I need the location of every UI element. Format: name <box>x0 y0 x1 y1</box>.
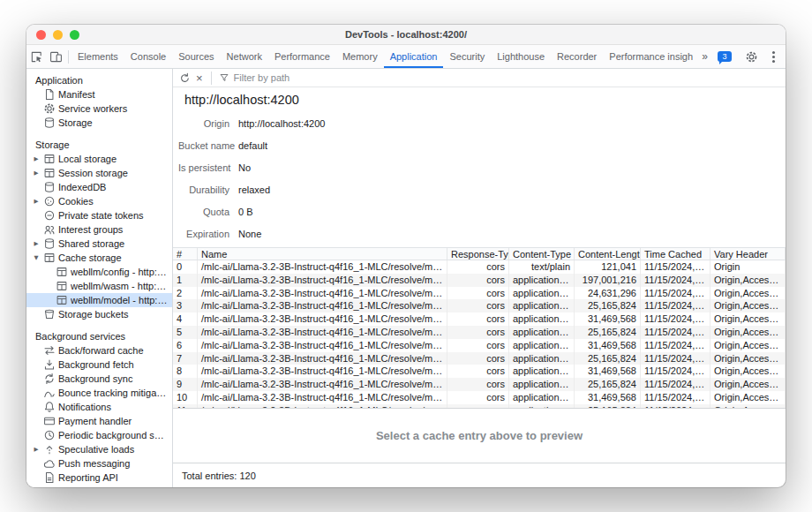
sidebar-item-back-forward-cache[interactable]: Back/forward cache <box>26 343 172 358</box>
expander-icon[interactable]: ▶ <box>32 446 41 453</box>
table-cell: 25,165,824 <box>575 326 641 339</box>
device-toolbar-icon[interactable] <box>46 47 65 66</box>
table-row[interactable]: 6/mlc-ai/Llama-3.2-3B-Instruct-q4f16_1-M… <box>173 339 786 352</box>
column-header-name[interactable]: Name <box>198 248 447 260</box>
expander-icon[interactable]: ▼ <box>32 254 41 261</box>
tab-label: Performance insights <box>609 51 693 62</box>
sidebar-item-webllm-wasm-http-loca[interactable]: webllm/wasm - http://loca… <box>26 279 172 293</box>
metadata-value: 0 B <box>238 207 253 217</box>
origin-title: http://localhost:4200 <box>184 91 786 109</box>
refresh-icon[interactable] <box>179 72 191 84</box>
tab-label: Console <box>131 51 166 62</box>
sidebar-item-storage-buckets[interactable]: Storage buckets <box>26 307 172 321</box>
zoom-window-button[interactable] <box>70 30 79 40</box>
database-icon <box>43 181 56 193</box>
tab-sources[interactable]: Sources <box>172 45 220 68</box>
table-cell: 4 <box>173 312 198 326</box>
sidebar-item-label: Cookies <box>58 196 97 207</box>
table-cell: Origin,Access… <box>710 339 786 352</box>
close-window-button[interactable] <box>36 30 46 40</box>
table-row[interactable]: 5/mlc-ai/Llama-3.2-3B-Instruct-q4f16_1-M… <box>173 326 786 339</box>
table-row[interactable]: 9/mlc-ai/Llama-3.2-3B-Instruct-q4f16_1-M… <box>173 378 786 391</box>
tab-security[interactable]: Security <box>443 45 491 68</box>
sidebar-item-cache-storage[interactable]: ▼Cache storage <box>26 251 172 265</box>
column-header-content-length[interactable]: Content-Length <box>575 248 641 260</box>
sidebar-item-bounce-tracking-mitigations[interactable]: Bounce tracking mitigations <box>26 386 172 400</box>
table-row[interactable]: 1/mlc-ai/Llama-3.2-3B-Instruct-q4f16_1-M… <box>173 274 786 287</box>
sidebar-item-manifest[interactable]: Manifest <box>26 87 172 102</box>
table-row[interactable]: 7/mlc-ai/Llama-3.2-3B-Instruct-q4f16_1-M… <box>173 352 786 365</box>
expander-icon[interactable]: ▶ <box>32 240 41 247</box>
tab-console[interactable]: Console <box>124 45 172 68</box>
sidebar-item-interest-groups[interactable]: Interest groups <box>26 222 172 237</box>
sidebar-item-label: webllm/wasm - http://loca… <box>71 281 172 291</box>
table-icon <box>56 294 68 306</box>
table-row[interactable]: 2/mlc-ai/Llama-3.2-3B-Instruct-q4f16_1-M… <box>173 287 786 300</box>
kebab-menu-icon[interactable] <box>771 49 777 64</box>
table-row[interactable]: 0/mlc-ai/Llama-3.2-3B-Instruct-q4f16_1-M… <box>173 260 786 274</box>
sidebar-item-service-workers[interactable]: Service workers <box>26 102 172 116</box>
expander-icon[interactable]: ▶ <box>32 155 41 162</box>
metadata-row: Is persistentNo <box>173 156 786 178</box>
tab-elements[interactable]: Elements <box>71 45 124 68</box>
column-header-content-type[interactable]: Content-Type <box>509 248 575 260</box>
metadata-value: None <box>238 229 261 239</box>
sidebar-item-push-messaging[interactable]: Push messaging <box>26 456 172 471</box>
tab-performance-insights[interactable]: Performance insights <box>603 45 693 68</box>
sidebar-item-webllm-model-http-loc[interactable]: webllm/model - http://loc… <box>26 293 172 307</box>
preview-placeholder: Select a cache entry above to preview <box>376 429 583 442</box>
table-cell: 10 <box>173 391 198 404</box>
table-cell: 31,469,568 <box>575 339 641 352</box>
sidebar-section-title[interactable]: Application <box>26 73 172 87</box>
sidebar-item-session-storage[interactable]: ▶Session storage <box>26 166 172 180</box>
sidebar-section-title[interactable]: Storage <box>26 138 172 152</box>
tab-performance[interactable]: Performance <box>268 45 336 68</box>
filter-by-path-input[interactable] <box>234 72 428 83</box>
issues-counter-icon[interactable]: 3 <box>718 51 732 62</box>
sidebar-item-private-state-tokens[interactable]: Private state tokens <box>26 208 172 222</box>
column-header-vary-header[interactable]: Vary Header <box>710 248 786 260</box>
table-row[interactable]: 4/mlc-ai/Llama-3.2-3B-Instruct-q4f16_1-M… <box>173 312 786 326</box>
sidebar-item-periodic-background-sync[interactable]: Periodic background sync <box>26 428 172 442</box>
metadata-label: Quota <box>178 207 229 217</box>
table-cell: Origin,Access… <box>710 287 786 300</box>
table-cell: Origin,Access… <box>710 378 786 391</box>
sidebar-item-cookies[interactable]: ▶Cookies <box>26 194 172 208</box>
more-tabs-icon[interactable]: » <box>702 50 708 63</box>
sidebar-item-webllm-config-http-loc[interactable]: webllm/config - http://loc… <box>26 265 172 279</box>
sidebar-item-storage[interactable]: Storage <box>26 116 172 130</box>
sidebar-item-background-fetch[interactable]: Background fetch <box>26 358 172 372</box>
sidebar-item-background-sync[interactable]: Background sync <box>26 372 172 386</box>
table-row[interactable]: 3/mlc-ai/Llama-3.2-3B-Instruct-q4f16_1-M… <box>173 299 786 312</box>
sidebar-item-indexeddb[interactable]: IndexedDB <box>26 180 172 194</box>
table-row[interactable]: 8/mlc-ai/Llama-3.2-3B-Instruct-q4f16_1-M… <box>173 365 786 378</box>
sidebar-item-reporting-api[interactable]: Reporting API <box>26 471 172 485</box>
minimize-window-button[interactable] <box>53 30 63 40</box>
table-cell: 1 <box>173 274 198 287</box>
table-cell: cors <box>447 378 509 391</box>
sidebar-section-title[interactable]: Background services <box>26 329 172 343</box>
table-body: 0/mlc-ai/Llama-3.2-3B-Instruct-q4f16_1-M… <box>173 260 786 408</box>
table-cell: 11/15/2024, 10… <box>641 326 710 339</box>
tab-network[interactable]: Network <box>221 45 268 68</box>
sidebar-item-label: Service workers <box>58 103 131 114</box>
column-header-time-cached[interactable]: Time Cached <box>641 248 710 260</box>
delete-selected-icon[interactable]: × <box>195 72 204 84</box>
table-row[interactable]: 10/mlc-ai/Llama-3.2-3B-Instruct-q4f16_1-… <box>173 391 786 404</box>
tab-application[interactable]: Application <box>384 45 444 68</box>
sidebar-item-speculative-loads[interactable]: ▶Speculative loads <box>26 442 172 456</box>
tab-recorder[interactable]: Recorder <box>551 45 603 68</box>
sidebar-item-shared-storage[interactable]: ▶Shared storage <box>26 237 172 251</box>
settings-gear-icon[interactable] <box>741 47 761 66</box>
column-header-response-type[interactable]: Response-Type <box>447 248 509 260</box>
sidebar-item-notifications[interactable]: Notifications <box>26 400 172 414</box>
expander-icon[interactable]: ▶ <box>32 169 41 177</box>
service-workers-icon <box>43 102 56 115</box>
inspect-element-icon[interactable] <box>26 47 46 66</box>
column-header-[interactable]: # <box>173 248 198 260</box>
expander-icon[interactable]: ▶ <box>32 198 41 205</box>
sidebar-item-local-storage[interactable]: ▶Local storage <box>26 152 172 166</box>
tab-lighthouse[interactable]: Lighthouse <box>491 45 551 68</box>
tab-memory[interactable]: Memory <box>336 45 384 68</box>
sidebar-item-payment-handler[interactable]: Payment handler <box>26 414 172 428</box>
